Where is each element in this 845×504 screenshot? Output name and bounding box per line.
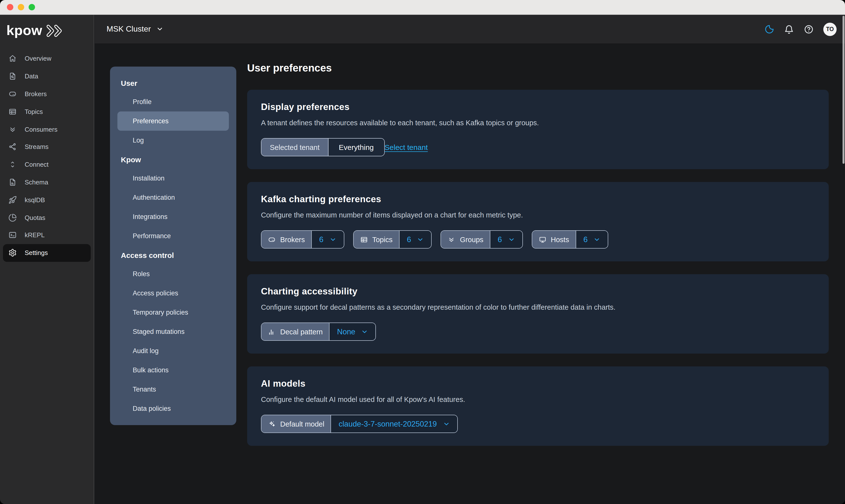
- kpow-logo: kpow: [0, 15, 94, 37]
- notifications-bell-icon[interactable]: [784, 24, 794, 34]
- chip-label: Groups: [460, 235, 483, 244]
- toggle-option-selected-tenant[interactable]: Selected tenant: [262, 139, 328, 156]
- settings-nav-item-log[interactable]: Log: [110, 131, 236, 150]
- card-title: Charting accessibility: [261, 286, 815, 297]
- sidebar-item-ksqldb[interactable]: ksqlDB: [0, 191, 94, 209]
- help-icon[interactable]: [804, 24, 814, 34]
- brokers-select[interactable]: Brokers6: [261, 230, 344, 249]
- sidebar-item-consumers[interactable]: Consumers: [0, 120, 94, 138]
- card-title: Display preferences: [261, 102, 815, 112]
- toggle-option-label: Selected tenant: [270, 143, 320, 151]
- unfold-icon: [8, 160, 17, 169]
- display-preferences-toggle: Selected tenantEverything: [261, 138, 384, 156]
- settings-nav-item-integrations[interactable]: Integrations: [110, 207, 236, 226]
- zoom-button[interactable]: [29, 4, 35, 10]
- toggle-option-everything[interactable]: Everything: [328, 139, 384, 156]
- sidebar-item-connect[interactable]: Connect: [0, 156, 94, 174]
- avatar[interactable]: TO: [823, 22, 837, 36]
- settings-nav-item-profile[interactable]: Profile: [110, 92, 236, 111]
- chip-label: Default model: [280, 420, 324, 428]
- chevron-down-icon: [593, 236, 600, 243]
- settings-nav-item-staged-mutations[interactable]: Staged mutations: [110, 322, 236, 341]
- settings-nav-item-installation[interactable]: Installation: [110, 169, 236, 188]
- sidebar-item-label: kREPL: [25, 232, 44, 239]
- card-display-preferences: Display preferencesA tenant defines the …: [247, 90, 829, 169]
- topics-select[interactable]: Topics6: [353, 230, 432, 249]
- chevron-down-icon: [361, 328, 368, 335]
- chip-label: Brokers: [280, 235, 305, 244]
- chip-label-segment: Groups: [441, 231, 490, 248]
- settings-nav-item-data-policies[interactable]: Data policies: [110, 399, 236, 418]
- sidebar-item-label: Streams: [25, 143, 49, 151]
- settings-nav-item-preferences[interactable]: Preferences: [118, 111, 229, 131]
- chip-value-segment: claude-3-7-sonnet-20250219: [331, 415, 457, 432]
- sidebar-item-krepl[interactable]: kREPL: [0, 226, 94, 244]
- file-text-icon: [8, 178, 17, 186]
- gear-icon: [8, 249, 17, 257]
- settings-nav-item-bulk-actions[interactable]: Bulk actions: [110, 360, 236, 380]
- sidebar-item-settings[interactable]: Settings: [3, 244, 91, 262]
- settings-nav-item-performance[interactable]: Performance: [110, 226, 236, 246]
- page-title: User preferences: [247, 43, 829, 74]
- chip-value-segment: 6: [575, 231, 608, 248]
- chip-value-segment: None: [329, 323, 376, 340]
- chip-label: Decal pattern: [280, 328, 323, 336]
- decal-pattern-select[interactable]: Decal patternNone: [261, 323, 376, 341]
- hard-drive-icon: [8, 90, 17, 98]
- settings-nav-item-temporary-policies[interactable]: Temporary policies: [110, 303, 236, 322]
- macos-titlebar: [0, 0, 845, 15]
- select-tenant-link[interactable]: Select tenant: [384, 143, 428, 151]
- hosts-select[interactable]: Hosts6: [532, 230, 608, 249]
- dark-mode-moon-icon[interactable]: [764, 24, 774, 34]
- chip-label-segment: Hosts: [532, 231, 575, 248]
- chip-value: None: [337, 327, 355, 336]
- controls-row: Default modelclaude-3-7-sonnet-20250219: [261, 415, 815, 433]
- sidebar-item-label: Topics: [25, 108, 43, 115]
- chip-value: 6: [319, 235, 323, 244]
- default-model-select[interactable]: Default modelclaude-3-7-sonnet-20250219: [261, 415, 457, 433]
- settings-nav-item-access-policies[interactable]: Access policies: [110, 284, 236, 303]
- close-button[interactable]: [7, 4, 13, 10]
- content-area: UserProfilePreferencesLogKpowInstallatio…: [95, 43, 845, 504]
- chip-label-segment: Topics: [354, 231, 399, 248]
- groups-select[interactable]: Groups6: [441, 230, 523, 249]
- pie-chart-icon: [8, 213, 17, 222]
- sidebar-item-streams[interactable]: Streams: [0, 138, 94, 156]
- chip-value: 6: [407, 235, 411, 244]
- sidebar-item-overview[interactable]: Overview: [0, 50, 94, 68]
- file-search-icon: [8, 72, 17, 80]
- cards-container: Display preferencesA tenant defines the …: [247, 90, 829, 446]
- sidebar-item-brokers[interactable]: Brokers: [0, 85, 94, 103]
- table-icon: [8, 108, 17, 116]
- sidebar-item-topics[interactable]: Topics: [0, 103, 94, 121]
- chip-value-segment: 6: [311, 231, 344, 248]
- sidebar-item-data[interactable]: Data: [0, 68, 94, 85]
- settings-nav-panel: UserProfilePreferencesLogKpowInstallatio…: [110, 67, 236, 425]
- settings-nav-item-roles[interactable]: Roles: [110, 264, 236, 284]
- chip-value: 6: [583, 235, 588, 244]
- card-description: Configure the default AI model used for …: [261, 396, 815, 403]
- share-icon: [8, 143, 17, 151]
- terminal-icon: [8, 231, 17, 239]
- sidebar-item-label: Connect: [25, 161, 49, 168]
- card-description: Configure support for decal patterns as …: [261, 303, 815, 311]
- settings-nav-item-tenants[interactable]: Tenants: [110, 380, 236, 399]
- cluster-selector[interactable]: MSK Cluster: [107, 25, 163, 34]
- chevron-down-icon: [417, 236, 424, 243]
- sidebar-item-label: Brokers: [25, 90, 47, 98]
- sidebar-item-schema[interactable]: Schema: [0, 173, 94, 191]
- sidebar-item-label: Consumers: [25, 126, 57, 133]
- chip-label: Hosts: [551, 235, 569, 244]
- sidebar-item-label: Quotas: [25, 214, 46, 221]
- settings-nav-item-authentication[interactable]: Authentication: [110, 188, 236, 207]
- sidebar-item-quotas[interactable]: Quotas: [0, 209, 94, 226]
- home-icon: [8, 54, 17, 63]
- sidebar-item-label: Overview: [25, 55, 51, 62]
- topbar-actions: TO: [764, 22, 837, 36]
- chevron-down-icon: [508, 236, 515, 243]
- chevrons-down-icon: [8, 125, 17, 133]
- settings-nav-item-audit-log[interactable]: Audit log: [110, 341, 236, 360]
- minimize-button[interactable]: [18, 4, 24, 10]
- card-title: AI models: [261, 378, 815, 389]
- window-scrollbar[interactable]: [843, 16, 845, 164]
